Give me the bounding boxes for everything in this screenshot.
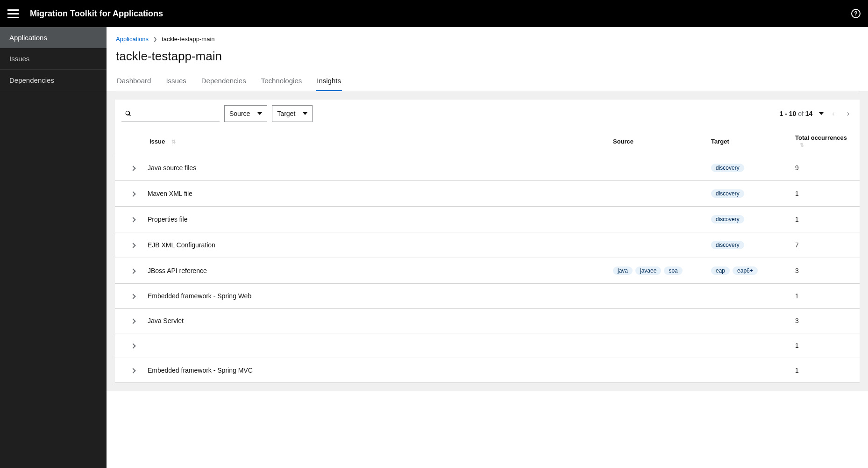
table-row: JBoss API reference javajavaeesoa eapeap…	[115, 258, 860, 284]
th-occurrences[interactable]: Total occurrences ⇅	[790, 128, 860, 155]
target-cell: discovery	[705, 207, 790, 232]
target-badge: eap	[711, 266, 730, 275]
source-filter-label: Source	[229, 110, 250, 117]
source-cell	[607, 155, 705, 181]
search-input[interactable]	[121, 105, 220, 122]
source-cell: javajavaeesoa	[607, 258, 705, 284]
expand-row-icon[interactable]	[130, 368, 135, 373]
source-cell	[607, 333, 705, 358]
table-row: EJB XML Configuration discovery 7	[115, 232, 860, 258]
source-cell	[607, 358, 705, 383]
tabs: Dashboard Issues Dependencies Technologi…	[116, 72, 859, 91]
expand-row-icon[interactable]	[130, 217, 135, 222]
target-cell	[705, 358, 790, 383]
source-badge: java	[613, 266, 633, 275]
target-cell: discovery	[705, 155, 790, 181]
table-row: Embedded framework - Spring Web 1	[115, 284, 860, 309]
expand-row-icon[interactable]	[130, 294, 135, 299]
pagination-range: 1 - 10	[779, 110, 796, 117]
occurrences-cell: 9	[790, 155, 860, 181]
breadcrumb: Applications ❯ tackle-testapp-main	[116, 36, 859, 43]
occurrences-cell: 1	[790, 207, 860, 232]
tab-technologies[interactable]: Technologies	[260, 72, 303, 91]
occurrences-cell: 1	[790, 284, 860, 309]
pagination-total: 14	[805, 110, 813, 117]
source-filter[interactable]: Source	[224, 105, 267, 122]
issue-cell: Java source files	[148, 164, 196, 172]
expand-row-icon[interactable]	[130, 318, 135, 324]
caret-down-icon	[303, 112, 307, 115]
issue-cell: Embedded framework - Spring Web	[148, 292, 251, 300]
search-field[interactable]	[134, 110, 216, 117]
th-source: Source	[607, 128, 705, 155]
target-cell: discovery	[705, 232, 790, 258]
issue-cell: Maven XML file	[148, 190, 192, 197]
issue-cell: Embedded framework - Spring MVC	[148, 367, 253, 374]
app-header: Migration Toolkit for Applications ?	[0, 0, 868, 27]
sort-icon: ⇅	[800, 142, 804, 148]
sidebar-item-issues[interactable]: Issues	[0, 48, 107, 70]
expand-row-icon[interactable]	[130, 191, 135, 196]
target-badge: discovery	[711, 164, 744, 172]
sidebar-item-applications[interactable]: Applications	[0, 27, 107, 48]
issue-cell: Java Servlet	[148, 317, 184, 324]
issue-cell: EJB XML Configuration	[148, 241, 215, 249]
expand-row-icon[interactable]	[130, 243, 135, 248]
table-row: Embedded framework - Spring MVC 1	[115, 358, 860, 383]
target-filter-label: Target	[277, 110, 295, 117]
expand-row-icon[interactable]	[130, 268, 135, 274]
target-badge: discovery	[711, 215, 744, 223]
pagination: 1 - 10 of 14 ‹ ›	[779, 109, 853, 118]
prev-page-button[interactable]: ‹	[828, 109, 838, 118]
occurrences-cell: 1	[790, 358, 860, 383]
next-page-button[interactable]: ›	[843, 109, 853, 118]
app-title: Migration Toolkit for Applications	[30, 9, 851, 19]
source-cell	[607, 207, 705, 232]
tab-issues[interactable]: Issues	[165, 72, 187, 91]
main-content: Applications ❯ tackle-testapp-main tackl…	[107, 27, 868, 468]
source-cell	[607, 232, 705, 258]
tab-dashboard[interactable]: Dashboard	[116, 72, 152, 91]
pagination-of: of	[798, 110, 804, 117]
table-row: Java Servlet 3	[115, 309, 860, 333]
caret-down-icon	[257, 112, 262, 115]
hamburger-icon[interactable]	[7, 8, 19, 19]
source-cell	[607, 309, 705, 333]
occurrences-cell: 7	[790, 232, 860, 258]
issue-cell: JBoss API reference	[148, 267, 207, 274]
search-icon	[125, 110, 131, 117]
chevron-right-icon: ❯	[153, 36, 157, 42]
page-size-dropdown[interactable]	[819, 112, 824, 115]
sort-icon: ⇅	[171, 139, 176, 145]
table-row: Maven XML file discovery 1	[115, 181, 860, 207]
tab-dependencies[interactable]: Dependencies	[200, 72, 247, 91]
target-cell: discovery	[705, 181, 790, 207]
help-icon[interactable]: ?	[851, 9, 861, 18]
tab-insights[interactable]: Insights	[316, 72, 342, 91]
occurrences-cell: 3	[790, 309, 860, 333]
occurrences-cell: 3	[790, 258, 860, 284]
insights-table: Issue ⇅ Source Target Total occurrences …	[115, 128, 860, 383]
expand-row-icon[interactable]	[130, 343, 135, 348]
th-issue[interactable]: Issue ⇅	[115, 128, 607, 155]
issue-cell: Properties file	[148, 216, 188, 223]
expand-row-icon[interactable]	[130, 166, 135, 171]
target-cell: eapeap6+	[705, 258, 790, 284]
table-row: 1	[115, 333, 860, 358]
page-title: tackle-testapp-main	[116, 49, 859, 64]
target-badge: eap6+	[733, 266, 758, 275]
toolbar: Source Target 1 - 10 of 14	[115, 100, 860, 128]
source-cell	[607, 284, 705, 309]
target-badge: discovery	[711, 189, 744, 198]
table-row: Java source files discovery 9	[115, 155, 860, 181]
target-filter[interactable]: Target	[272, 105, 313, 122]
target-cell	[705, 284, 790, 309]
source-badge: javaee	[635, 266, 661, 275]
occurrences-cell: 1	[790, 333, 860, 358]
target-cell	[705, 333, 790, 358]
breadcrumb-root[interactable]: Applications	[116, 36, 149, 43]
occurrences-cell: 1	[790, 181, 860, 207]
breadcrumb-current: tackle-testapp-main	[162, 36, 214, 43]
sidebar-item-dependencies[interactable]: Dependencies	[0, 70, 107, 91]
target-cell	[705, 309, 790, 333]
